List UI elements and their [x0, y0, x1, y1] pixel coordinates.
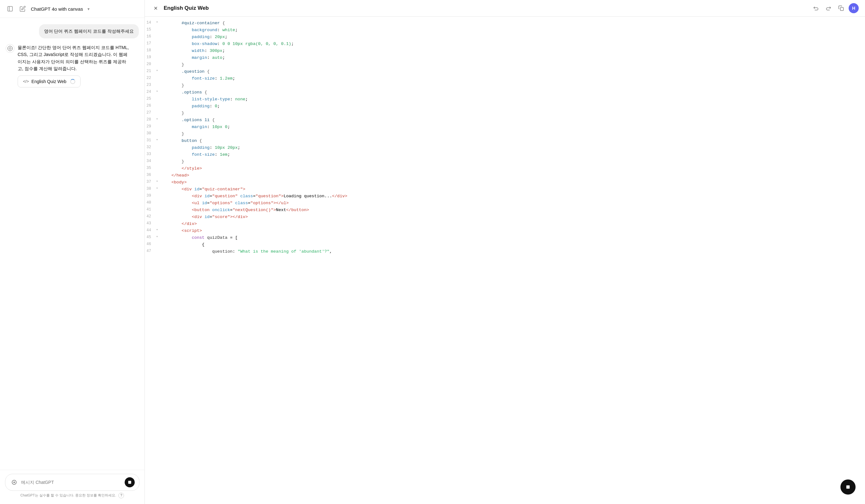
editor-header-right: H [811, 3, 859, 13]
code-line: 15 background: white; [145, 27, 865, 34]
code-line: 40 <ul id="options" class="options"></ul… [145, 200, 865, 207]
code-line: 17 box-shadow: 0 0 10px rgba(0, 0, 0, 0.… [145, 40, 865, 47]
code-line: 24 ▾ .options { [145, 89, 865, 96]
assistant-content: 물론이죠! 간단한 영어 단어 퀴즈 웹페이지 코드를 HTML, CSS, 그… [18, 44, 131, 87]
code-line: 29 margin: 10px 0; [145, 124, 865, 131]
code-line: 44 ▾ <script> [145, 227, 865, 234]
chat-input-box [5, 474, 139, 491]
left-header: ChatGPT 4o with canvas ▾ [0, 0, 145, 18]
loading-spinner [70, 79, 75, 84]
assistant-message: 물론이죠! 간단한 영어 단어 퀴즈 웹페이지 코드를 HTML, CSS, 그… [6, 44, 139, 87]
editor-header: ✕ English Quiz Web [145, 0, 865, 17]
code-line: 30 } [145, 131, 865, 138]
code-line: 31 ▾ button { [145, 138, 865, 144]
chat-input[interactable] [21, 480, 122, 485]
code-line: 45 ▾ const quizData = [ [145, 234, 865, 241]
header-chevron-icon[interactable]: ▾ [88, 7, 90, 11]
code-line: 16 padding: 20px; [145, 34, 865, 40]
chat-messages: 영어 단어 퀴즈 웹페이지 코드를 작성해주세요 물론이죠! 간단한 영어 단어… [0, 18, 145, 470]
svg-rect-5 [128, 481, 131, 483]
code-editor: 14 ▾ #quiz-container { 15 background: wh… [145, 17, 865, 504]
code-line: 46 { [145, 241, 865, 248]
edit-icon[interactable] [18, 4, 27, 13]
chat-disclaimer: ChatGPT는 실수를 할 수 있습니다. 중요한 정보를 확인하세요. ? [5, 491, 139, 502]
code-line: 41 <button onclick="nextQuestion()">Next… [145, 207, 865, 214]
code-line: 32 padding: 10px 20px; [145, 144, 865, 151]
code-line: 33 font-size: 1em; [145, 151, 865, 158]
sidebar-toggle-icon[interactable] [6, 4, 14, 13]
code-line: 36 </head> [145, 172, 865, 179]
code-line: 43 </div> [145, 221, 865, 227]
close-button[interactable]: ✕ [151, 4, 160, 13]
editor-title: English Quiz Web [164, 5, 209, 11]
floating-stop-button[interactable] [840, 479, 855, 494]
code-line: 28 ▾ .options li { [145, 117, 865, 124]
disclaimer-help-button[interactable]: ? [118, 493, 124, 498]
left-panel: ChatGPT 4o with canvas ▾ 영어 단어 퀴즈 웹페이지 코… [0, 0, 145, 504]
code-line: 27 } [145, 110, 865, 117]
code-line: 38 ▾ <div id="quiz-container"> [145, 186, 865, 193]
svg-rect-0 [8, 7, 13, 11]
copy-button[interactable] [836, 3, 846, 13]
code-line: 21 ▾ .question { [145, 68, 865, 75]
chat-input-area: ChatGPT는 실수를 할 수 있습니다. 중요한 정보를 확인하세요. ? [0, 470, 145, 504]
right-panel: ✕ English Quiz Web [145, 0, 865, 504]
code-line: 22 font-size: 1.2em; [145, 75, 865, 82]
canvas-button[interactable]: </> English Quiz Web [18, 75, 81, 87]
redo-button[interactable] [823, 3, 833, 13]
svg-rect-7 [846, 485, 850, 489]
code-line: 47 question: "What is the meaning of 'ab… [145, 248, 865, 255]
code-line: 42 <div id="score"></div> [145, 214, 865, 221]
code-line: 34 } [145, 158, 865, 165]
code-line: 37 ▾ <body> [145, 179, 865, 186]
attach-button[interactable] [10, 478, 19, 487]
code-line: 39 <div id="question" class="question">L… [145, 193, 865, 200]
undo-button[interactable] [811, 3, 821, 13]
code-line: 23 } [145, 82, 865, 89]
code-line: 18 width: 300px; [145, 47, 865, 55]
canvas-code-icon: </> [23, 79, 29, 84]
code-line: 26 padding: 0; [145, 103, 865, 110]
code-line: 25 list-style-type: none; [145, 96, 865, 103]
assistant-avatar [6, 44, 14, 53]
user-message: 영어 단어 퀴즈 웹페이지 코드를 작성해주세요 [39, 24, 139, 38]
code-line: 35 </style> [145, 165, 865, 172]
code-line: 20 } [145, 61, 865, 68]
header-title: ChatGPT 4o with canvas [31, 6, 83, 12]
svg-rect-6 [840, 8, 844, 11]
code-line: 14 ▾ #quiz-container { [145, 20, 865, 27]
user-avatar[interactable]: H [849, 3, 859, 13]
stop-send-button[interactable] [125, 477, 135, 487]
code-line: 19 margin: auto; [145, 55, 865, 61]
assistant-text: 물론이죠! 간단한 영어 단어 퀴즈 웹페이지 코드를 HTML, CSS, 그… [18, 44, 131, 72]
canvas-button-label: English Quiz Web [32, 79, 66, 84]
editor-header-left: ✕ English Quiz Web [151, 4, 209, 13]
